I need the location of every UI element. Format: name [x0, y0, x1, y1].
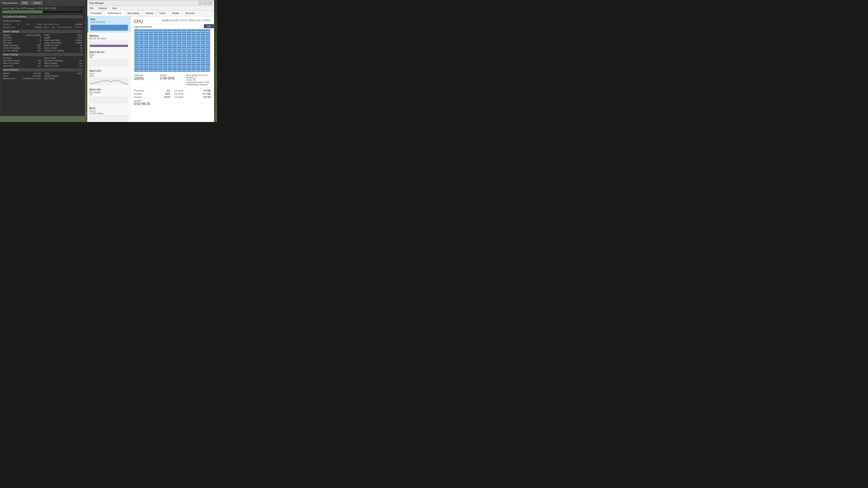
perf-item-disk0[interactable]: Disk 0 (D: E:) HDD 0% — [87, 49, 130, 68]
cpu-cell: 100% — [196, 42, 200, 46]
cpu-cell: 100% — [182, 42, 186, 46]
render-body: Current Task: Pass 10/20 (elapsed: 2:19:… — [0, 6, 85, 82]
cpu-cell: 100% — [163, 51, 167, 55]
cpu-cell: 100% — [163, 55, 167, 59]
cpu-cell: 100% — [201, 47, 205, 51]
perf-item-memory[interactable]: Memory 90/256 GB (35%) — [87, 33, 130, 49]
common-params-header[interactable]: ▼ Common Parameters — [2, 15, 83, 18]
cpu-cell: 100% — [154, 60, 158, 63]
disk1-ssd-label: SSD — [90, 72, 128, 75]
cpu-cell: 100% — [154, 30, 158, 33]
cpu-cell: 100% — [177, 30, 182, 33]
tab-users[interactable]: Users — [156, 10, 169, 16]
menu-view[interactable]: View — [111, 6, 118, 10]
perf-item-cpu[interactable]: CPU 100% 2.60 GHz — [87, 17, 130, 33]
cpu-cell: 100% — [173, 30, 177, 33]
cpu-cell: 100% — [139, 42, 144, 46]
cpu-cell: 100% — [201, 34, 205, 38]
cpu-info-grid: Processes 144 L1 cache: 6.0 MB Threads 5… — [134, 88, 211, 98]
cpu-cell: 100% — [177, 68, 182, 72]
cpu-cell: 100% — [173, 64, 177, 68]
cpu-cell: 100% — [173, 55, 177, 59]
disk2-removable-label: Removable — [90, 91, 128, 94]
cpu-cell: 100% — [191, 30, 196, 33]
maximize-button[interactable]: □ — [204, 1, 208, 5]
cpu-cell: 100% — [173, 51, 177, 55]
scene-stats-header[interactable]: Scene Statistics: — [2, 68, 83, 71]
cpu-cell: 100% — [187, 51, 191, 55]
menu-options[interactable]: Options — [97, 6, 108, 10]
cpu-cell: 100% — [149, 60, 153, 63]
render-panel: Total Animation: Stop Cancel Current Tas… — [0, 0, 85, 116]
cpu-cell: 100% — [196, 51, 200, 55]
cpu-cell: 100% — [177, 42, 182, 46]
cpu-cell: 100% — [144, 38, 148, 42]
cpu-cell: 100% — [173, 42, 177, 46]
cpu-cell: 100% — [206, 38, 210, 42]
close-button[interactable]: ✕ — [208, 1, 212, 5]
cpu-cell: 100% — [144, 30, 148, 33]
disk2-mini-chart — [90, 97, 128, 103]
scene-stats-grid: Objects:3587038 Lights:76038 Faces:21474… — [2, 72, 83, 79]
cpu-cell: 100% — [134, 42, 139, 46]
cpu-cell: 100% — [168, 68, 172, 72]
cancel-button[interactable]: Cancel — [31, 1, 42, 5]
cpu-cell: 100% — [158, 34, 162, 38]
cpu-cell: 100% — [168, 38, 172, 42]
cpu-cell: 100% — [139, 47, 144, 51]
cpu-cell: 100% — [173, 47, 177, 51]
cpu-cell: 100% — [149, 30, 153, 33]
menu-file[interactable]: File — [88, 6, 95, 10]
cpu-cell: 100% — [139, 60, 144, 63]
cpu-cell: 100% — [191, 68, 196, 72]
cpu-cell: 100% — [158, 38, 162, 42]
disk0-mini-chart — [90, 59, 128, 66]
cpu-cell: 100% — [139, 38, 144, 42]
cpu-cell: 100% — [173, 60, 177, 63]
cpu-cell: 100% — [173, 68, 177, 72]
cpu-cell: 100% — [187, 68, 191, 72]
cpu-base-speed-info: Base speed: 2.20 GHz Sockets: 4 Cores: 9… — [186, 74, 211, 86]
perf-item-disk2[interactable]: Disk 2 (F:) Removable 0% — [87, 87, 130, 105]
cpu-cell: 100% — [168, 55, 172, 59]
disk2-pct: 0% — [90, 94, 128, 96]
minimize-button[interactable]: — — [199, 1, 203, 5]
cpu-cell: 100% — [149, 55, 153, 59]
tab-app-history[interactable]: App history — [124, 10, 143, 16]
cpu-cell: 100% — [177, 38, 182, 42]
uptime-section: Up time 0:02:46:25 — [134, 100, 211, 106]
cpu-cell: 100% — [134, 47, 139, 51]
tab-performance[interactable]: Performance — [104, 10, 124, 16]
cpu-model: Intel(R) Xeon(R) CPU E7-8890 v4 @ 2.20GH… — [162, 19, 211, 22]
perf-item-disk1[interactable]: Disk 1 (C:) SSD 10% — [87, 68, 130, 87]
tab-processes[interactable]: Processes — [87, 10, 104, 16]
cpu-cell: 100% — [154, 55, 158, 59]
tab-services[interactable]: Services — [182, 10, 197, 16]
tab-startup[interactable]: Startup — [143, 10, 156, 16]
cpu-cell: 100% — [196, 34, 200, 38]
cpu-cell: 100% — [182, 55, 186, 59]
stop-button[interactable]: Stop — [21, 1, 30, 5]
render-settings-header[interactable]: Render Settings: — [2, 30, 83, 33]
cpu-cell: 100% — [196, 60, 200, 63]
cpu-cell: 100% — [144, 64, 148, 68]
cpu-cell: 100% — [163, 47, 167, 51]
cpu-cell: 100% — [196, 68, 200, 72]
tab-details[interactable]: Details — [169, 10, 183, 16]
render-title-bar: Total Animation: Stop Cancel — [0, 0, 85, 6]
cpu-cell: 100% — [154, 51, 158, 55]
disk1-pct: 10% — [90, 75, 128, 77]
render-settings-grid: Viewport:Camera_river001 Width:22518 Sta… — [2, 34, 83, 52]
output-settings-header[interactable]: Output Settings: — [2, 53, 83, 56]
cpu-cell: 100% — [149, 38, 153, 42]
wifi-item-subtitle: Wi-Fi 2 — [90, 110, 128, 112]
stop-button-right[interactable]: Stop — [204, 24, 214, 28]
cpu-cell: 100% — [163, 38, 167, 42]
cpu-cell: 100% — [158, 60, 162, 63]
cpu-cell: 100% — [144, 51, 148, 55]
cpu-cell: 100% — [139, 55, 144, 59]
cpu-cell: 100% — [177, 51, 182, 55]
cpu-cell: 100% — [149, 47, 153, 51]
perf-item-wifi[interactable]: Wi-Fi Wi-Fi 2 S: 0 R: 0 Kbps — [87, 105, 130, 122]
task-manager-title: Task Manager — [89, 2, 104, 4]
